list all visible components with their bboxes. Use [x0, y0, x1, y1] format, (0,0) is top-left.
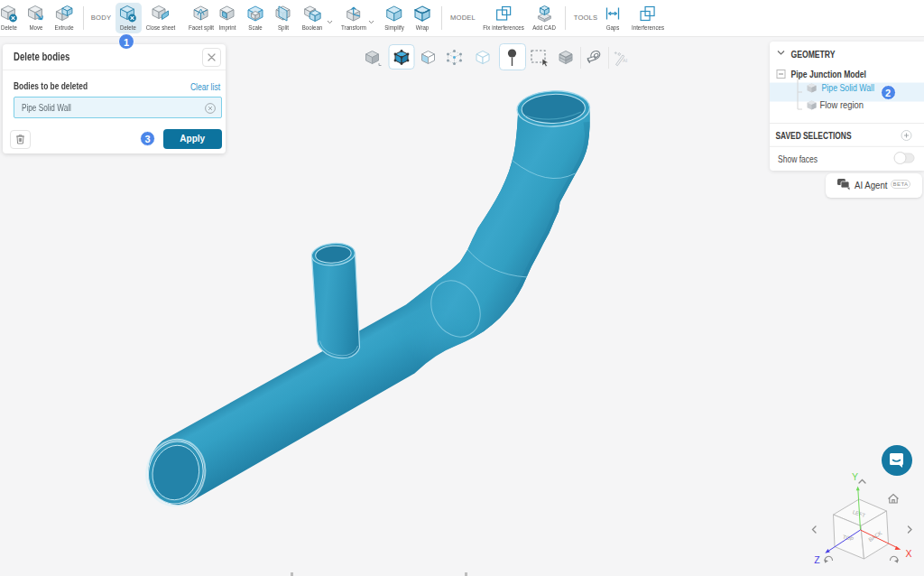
- svg-text:Show faces: Show faces: [778, 153, 818, 164]
- svg-text:Flow region: Flow region: [820, 99, 864, 110]
- svg-text:AI: AI: [623, 58, 628, 63]
- svg-text:GEOMETRY: GEOMETRY: [791, 50, 836, 60]
- svg-text:SAVED SELECTIONS: SAVED SELECTIONS: [776, 131, 852, 141]
- svg-text:X: X: [905, 548, 911, 559]
- svg-text:AI Agent: AI Agent: [855, 180, 888, 190]
- svg-text:Z: Z: [814, 554, 820, 565]
- svg-text:Pipe Solid Wall: Pipe Solid Wall: [822, 82, 875, 93]
- svg-text:Pipe Junction Model: Pipe Junction Model: [791, 70, 867, 79]
- svg-text:BETA: BETA: [893, 181, 909, 187]
- svg-text:Y: Y: [852, 471, 858, 482]
